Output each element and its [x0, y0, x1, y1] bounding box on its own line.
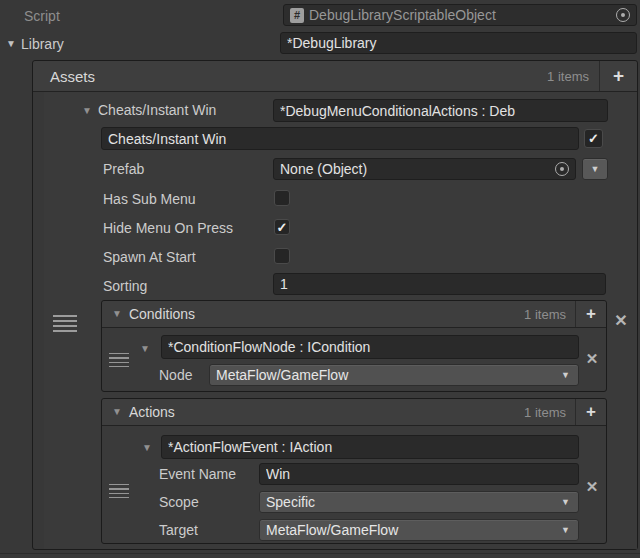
- cheats-foldout-icon[interactable]: ▼: [82, 105, 92, 117]
- action-remove-button[interactable]: ✕: [582, 477, 602, 497]
- inspector-panel: Script # DebugLibraryScriptableObject ▼ …: [0, 0, 640, 558]
- actions-list: ▼ Actions 1 items + ▼ *ActionFlowEvent :…: [101, 398, 607, 544]
- prefab-object-value: None (Object): [280, 161, 555, 177]
- scope-label: Scope: [159, 491, 199, 513]
- menu-name-input[interactable]: Cheats/Instant Win: [101, 127, 579, 150]
- prefab-object-field[interactable]: None (Object): [273, 158, 576, 180]
- has-sub-menu-checkbox[interactable]: [274, 190, 290, 206]
- action-item-foldout-icon[interactable]: ▼: [142, 442, 152, 454]
- conditions-count: 1 items: [524, 307, 566, 322]
- actions-count: 1 items: [524, 405, 566, 420]
- object-picker-icon[interactable]: [555, 162, 569, 176]
- target-dropdown[interactable]: MetaFlow/GameFlow ▼: [259, 519, 579, 541]
- conditions-header: ▼ Conditions 1 items +: [102, 301, 606, 328]
- bottom-separator: [0, 553, 640, 554]
- script-label: Script: [24, 5, 60, 27]
- target-dropdown-value: MetaFlow/GameFlow: [266, 522, 555, 538]
- script-object-value: DebugLibraryScriptableObject: [309, 7, 616, 23]
- library-name-value: *DebugLibrary: [287, 35, 630, 51]
- library-foldout-icon[interactable]: ▼: [6, 38, 16, 50]
- script-file-icon: #: [290, 8, 304, 23]
- enabled-checkbox[interactable]: ✓: [584, 129, 603, 148]
- library-label: Library: [21, 33, 64, 55]
- target-label: Target: [159, 519, 198, 541]
- event-name-value: Win: [266, 466, 572, 482]
- actions-foldout-icon[interactable]: ▼: [112, 406, 122, 418]
- node-dropdown[interactable]: MetaFlow/GameFlow ▼: [209, 364, 579, 386]
- node-label: Node: [159, 364, 192, 386]
- chevron-down-icon: ▼: [561, 497, 570, 507]
- conditions-foldout-icon[interactable]: ▼: [112, 308, 122, 320]
- action-type-field[interactable]: *ActionFlowEvent : IAction: [161, 435, 579, 459]
- drag-handle[interactable]: [109, 484, 129, 498]
- sorting-label: Sorting: [103, 275, 147, 297]
- assets-title: Assets: [50, 68, 95, 85]
- chevron-down-icon: ▼: [561, 525, 570, 535]
- actions-header: ▼ Actions 1 items +: [102, 399, 606, 426]
- assets-list: Assets 1 items + ✕ ▼ Cheats/Instant Win …: [32, 60, 638, 550]
- cheats-type-field[interactable]: *DebugMenuConditionalActions : Deb: [273, 99, 608, 122]
- cheats-type-value: *DebugMenuConditionalActions : Deb: [280, 103, 601, 119]
- cheats-foldout-label: Cheats/Instant Win: [98, 99, 216, 121]
- assets-count: 1 items: [547, 69, 589, 84]
- menu-name-value: Cheats/Instant Win: [108, 131, 572, 147]
- hide-menu-on-press-checkbox[interactable]: ✓: [274, 219, 290, 235]
- prefab-dropdown-button[interactable]: ▼: [582, 158, 608, 180]
- script-object-field[interactable]: # DebugLibraryScriptableObject: [283, 4, 637, 26]
- scope-dropdown-value: Specific: [266, 494, 555, 510]
- drag-handle[interactable]: [109, 353, 129, 367]
- condition-type-field[interactable]: *ConditionFlowNode : ICondition: [161, 335, 579, 359]
- spawn-at-start-checkbox[interactable]: [274, 248, 290, 264]
- library-name-field[interactable]: *DebugLibrary: [280, 32, 637, 54]
- sorting-input[interactable]: 1: [273, 273, 606, 295]
- actions-title: Actions: [129, 404, 175, 420]
- node-dropdown-value: MetaFlow/GameFlow: [216, 367, 555, 383]
- actions-add-button[interactable]: +: [575, 399, 606, 425]
- hide-menu-on-press-label: Hide Menu On Press: [103, 217, 233, 239]
- spawn-at-start-label: Spawn At Start: [103, 246, 196, 268]
- event-name-label: Event Name: [159, 463, 236, 485]
- prefab-label: Prefab: [103, 158, 144, 180]
- action-type-value: *ActionFlowEvent : IAction: [168, 439, 572, 455]
- chevron-down-icon: ▼: [561, 370, 570, 380]
- has-sub-menu-label: Has Sub Menu: [103, 188, 196, 210]
- assets-element-remove-button[interactable]: ✕: [610, 311, 632, 333]
- object-picker-icon[interactable]: [616, 8, 630, 22]
- conditions-title: Conditions: [129, 306, 195, 322]
- conditions-add-button[interactable]: +: [575, 301, 606, 327]
- conditions-list: ▼ Conditions 1 items + ▼ *ConditionFlowN…: [101, 300, 607, 392]
- condition-type-value: *ConditionFlowNode : ICondition: [168, 339, 572, 355]
- chevron-down-icon: ▼: [591, 164, 600, 174]
- assets-header: Assets 1 items +: [33, 61, 637, 92]
- assets-add-button[interactable]: +: [599, 61, 637, 91]
- condition-remove-button[interactable]: ✕: [582, 349, 602, 369]
- scope-dropdown[interactable]: Specific ▼: [259, 491, 579, 513]
- sorting-value: 1: [280, 276, 599, 292]
- condition-item-foldout-icon[interactable]: ▼: [140, 343, 150, 355]
- drag-handle[interactable]: [53, 315, 77, 332]
- event-name-input[interactable]: Win: [259, 463, 579, 485]
